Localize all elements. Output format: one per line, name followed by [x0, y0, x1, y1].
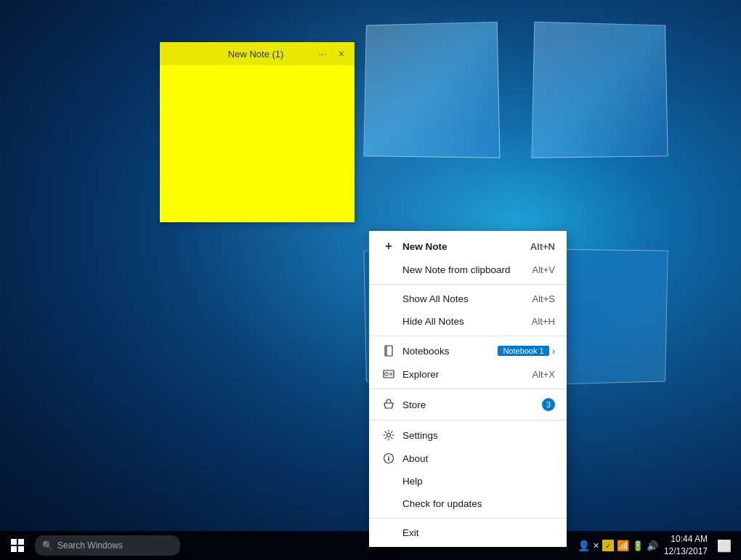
menu-about-label: About [402, 453, 555, 464]
menu-hide-all-shortcut: Alt+H [532, 316, 555, 327]
sticky-note-controls: ··· × [315, 46, 347, 61]
separator-4 [369, 420, 567, 421]
person-icon[interactable]: 👤 [578, 540, 590, 551]
menu-help-label: Help [402, 476, 555, 487]
volume-icon[interactable]: 🔊 [647, 540, 658, 551]
sticky-note-header: New Note (1) ··· × [160, 42, 355, 65]
sticky-close-button[interactable]: × [336, 46, 347, 61]
menu-show-all-label: Show All Notes [402, 293, 533, 304]
menu-clipboard-label: New Note from clipboard [402, 264, 533, 275]
menu-item-hide-all[interactable]: Hide All Notes Alt+H [369, 310, 567, 333]
menu-check-updates-label: Check for updates [402, 498, 555, 509]
sticky-tray-icon[interactable]: ✓ [602, 540, 614, 551]
notebook-icon [381, 345, 397, 357]
menu-item-notebooks[interactable]: Notebooks Notebook 1 › [369, 339, 567, 362]
win-pane-tr [531, 22, 668, 158]
separator-3 [369, 389, 567, 389]
menu-exit-label: Exit [402, 527, 555, 538]
sticky-note: New Note (1) ··· × [160, 42, 355, 222]
menu-clipboard-shortcut: Alt+V [533, 264, 555, 275]
menu-item-help[interactable]: Help [369, 470, 567, 492]
svg-rect-10 [11, 539, 17, 545]
clock[interactable]: 10:44 AM 12/13/2017 [664, 533, 708, 558]
store-count-badge: 3 [542, 398, 555, 411]
win-pane-tl [363, 22, 500, 158]
notification-button[interactable]: ⬜ [713, 535, 735, 556]
sticky-note-title: New Note (1) [196, 49, 315, 60]
systray-icons: 👤 ✕ ✓ 📶 🔋 🔊 [578, 540, 658, 551]
svg-rect-3 [385, 373, 388, 376]
menu-item-store[interactable]: Store 3 [369, 392, 567, 417]
notebooks-arrow-icon: › [552, 346, 555, 357]
explorer-icon [381, 368, 397, 380]
menu-item-show-all[interactable]: Show All Notes Alt+S [369, 288, 567, 310]
sticky-note-body[interactable] [160, 65, 355, 222]
battery-icon[interactable]: 🔋 [632, 540, 644, 551]
wifi-icon[interactable]: 📶 [617, 540, 629, 551]
menu-explorer-shortcut: Alt+X [533, 369, 555, 380]
menu-settings-label: Settings [402, 430, 555, 441]
svg-rect-12 [11, 546, 17, 552]
settings-icon [381, 429, 397, 441]
menu-explorer-label: Explorer [402, 369, 533, 380]
store-icon [381, 399, 397, 410]
notebook-badge: Notebook 1 [498, 346, 548, 356]
menu-new-note-shortcut: Alt+N [530, 241, 555, 252]
menu-hide-all-label: Hide All Notes [402, 316, 532, 327]
context-menu: + New Note Alt+N New Note from clipboard… [369, 231, 567, 547]
windows-start-icon [11, 539, 24, 552]
menu-store-label: Store [402, 399, 539, 410]
desktop: New Note (1) ··· × + New Note Alt+N New … [0, 0, 741, 560]
start-button[interactable] [0, 531, 35, 560]
taskbar-right: 👤 ✕ ✓ 📶 🔋 🔊 10:44 AM 12/13/2017 ⬜ [578, 531, 741, 560]
menu-show-all-shortcut: Alt+S [533, 293, 555, 304]
menu-item-exit[interactable]: Exit [369, 522, 567, 544]
separator-5 [369, 518, 567, 519]
svg-point-6 [387, 434, 391, 437]
menu-item-explorer[interactable]: Explorer Alt+X [369, 362, 567, 386]
menu-item-check-updates[interactable]: Check for updates [369, 492, 567, 515]
menu-notebooks-label: Notebooks [402, 346, 493, 357]
svg-rect-11 [18, 539, 24, 545]
systray: 👤 ✕ ✓ 📶 🔋 🔊 10:44 AM 12/13/2017 ⬜ [578, 533, 735, 558]
taskbar-left: 🔍 Search Windows [0, 531, 180, 560]
menu-item-settings[interactable]: Settings [369, 423, 567, 447]
about-icon [381, 453, 397, 464]
svg-point-9 [388, 455, 389, 457]
separator-2 [369, 336, 567, 336]
search-icon: 🔍 [42, 540, 53, 551]
menu-item-new-note[interactable]: + New Note Alt+N [369, 234, 567, 259]
notification-icon: ⬜ [717, 539, 732, 553]
menu-item-new-note-clipboard[interactable]: New Note from clipboard Alt+V [369, 259, 567, 281]
separator-1 [369, 284, 567, 285]
search-placeholder: Search Windows [57, 540, 123, 551]
plus-icon: + [381, 240, 397, 253]
clock-time: 10:44 AM [664, 533, 708, 545]
close-small-icon[interactable]: ✕ [593, 541, 599, 551]
menu-new-note-label: New Note [402, 241, 530, 252]
clock-date: 12/13/2017 [664, 545, 708, 558]
taskbar-search[interactable]: 🔍 Search Windows [35, 535, 180, 556]
sticky-menu-button[interactable]: ··· [315, 46, 330, 61]
menu-item-about[interactable]: About [369, 447, 567, 470]
svg-rect-13 [18, 546, 24, 552]
